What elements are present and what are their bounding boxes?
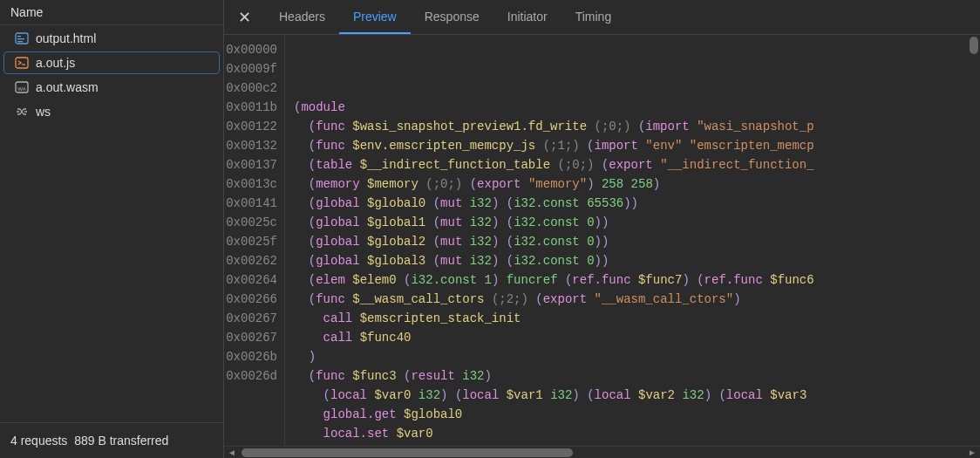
gutter-offset: 0x00000 [224,40,277,59]
code-line: (func $__wasm_call_ctors (;2;) (export "… [294,290,980,309]
file-label: output.html [36,31,96,45]
file-item-ws[interactable]: ws [3,100,220,123]
token-kw: table [316,158,352,172]
token-punc: ( [323,388,330,402]
network-sidebar: Name output.htmla.out.jsWAa.out.wasmws 4… [0,0,224,458]
token-plain [425,235,432,249]
token-kw: mut [440,254,462,268]
token-plain [580,215,587,229]
token-punc: ( [433,254,440,268]
token-punc: ( [507,254,514,268]
token-plain [397,407,404,421]
code-line: (func $wasi_snapshot_preview1.fd_write (… [294,117,980,136]
sidebar-header[interactable]: Name [0,0,223,25]
code-body[interactable]: (module (func $wasi_snapshot_preview1.fd… [285,35,980,446]
code-line: (memory $memory (;0;) (export "memory") … [294,174,980,194]
token-punc: ( [433,215,440,229]
token-punc: ( [309,235,316,249]
svg-text:WA: WA [17,86,25,92]
token-plain [521,177,528,191]
tab-timing[interactable]: Timing [561,1,626,34]
js-icon [15,56,29,70]
token-type: i32.const [514,254,580,268]
token-kw: result [411,369,454,383]
token-plain [397,369,404,383]
token-kw: global [316,254,359,268]
token-kw: func [316,139,345,153]
token-ident: $func3 [352,369,396,383]
token-plain [580,235,587,249]
token-plain [294,120,309,133]
file-item-output-html[interactable]: output.html [3,27,220,50]
token-kw: global [316,196,359,210]
token-str: "__indirect_function_ [660,158,813,172]
token-punc: ( [309,369,316,383]
ws-icon [15,105,29,119]
token-ident: $memory [367,177,419,191]
token-plain [419,177,425,191]
token-punc: ) [682,273,689,287]
token-plain [360,196,367,210]
tab-initiator[interactable]: Initiator [493,1,561,34]
token-punc: )) [623,196,638,210]
token-punc: ( [433,196,440,210]
token-plain [345,273,352,287]
token-type: i32 [470,215,492,229]
code-line: (global $global3 (mut i32) (i32.const 0)… [294,251,980,270]
code-line: (func $func3 (result i32) [294,366,980,386]
token-type: i32.const [514,215,580,229]
token-plain [595,177,602,191]
scroll-right-icon[interactable]: ► [966,447,978,458]
token-plain [580,388,587,402]
gutter-offset: 0x0026b [224,347,277,366]
token-plain [294,215,309,229]
token-punc: ) [309,350,316,364]
token-plain [360,177,367,191]
token-punc: ( [309,120,316,133]
token-kw: export [609,158,652,172]
token-plain [580,139,587,153]
close-icon[interactable]: ✕ [224,8,265,27]
token-ident: $var2 [638,388,675,402]
token-ident: $elem0 [352,273,396,287]
file-label: ws [36,105,51,119]
file-item-a-out-js[interactable]: a.out.js [3,51,220,74]
token-plain [294,254,309,268]
token-ident: $__indirect_function_table [360,158,550,172]
token-plain [477,273,484,287]
token-punc: ( [507,196,514,210]
code-line: (global $global0 (mut i32) (i32.const 65… [294,194,980,213]
token-kw: mut [440,235,462,249]
token-plain [462,177,469,191]
token-plain [499,273,506,287]
token-plain [484,292,491,306]
tab-headers[interactable]: Headers [265,1,339,34]
token-type: i32 [682,388,704,402]
token-cmt: (;0;) [594,120,630,133]
token-str: "memory" [528,177,587,191]
token-kw: local [330,388,367,402]
vertical-scrollbar-thumb[interactable] [970,37,978,54]
token-kw: local [595,388,631,402]
scroll-left-icon[interactable]: ◄ [226,447,238,458]
token-plain [631,388,638,402]
gutter-offset: 0x00141 [224,194,277,213]
token-plain [345,292,352,306]
horizontal-scrollbar[interactable]: ◄ ► [224,446,980,458]
token-plain [763,273,770,287]
token-ident: $wasi_snapshot_preview1.fd_write [352,120,587,133]
gutter-offset: 0x00267 [224,309,277,328]
tab-preview[interactable]: Preview [339,1,411,34]
token-ident: $global0 [404,407,462,421]
token-type: i32 [419,388,440,402]
code-line: ) [294,347,980,366]
token-kw: ref.func [704,273,763,287]
tab-response[interactable]: Response [411,1,493,34]
token-punc: ( [587,139,594,153]
token-kw: global [316,215,359,229]
token-kw: call [323,331,353,345]
file-item-a-out-wasm[interactable]: WAa.out.wasm [3,76,220,99]
token-num: 1 [485,273,492,287]
token-num: 258 [631,177,653,191]
horizontal-scrollbar-thumb[interactable] [242,448,573,457]
